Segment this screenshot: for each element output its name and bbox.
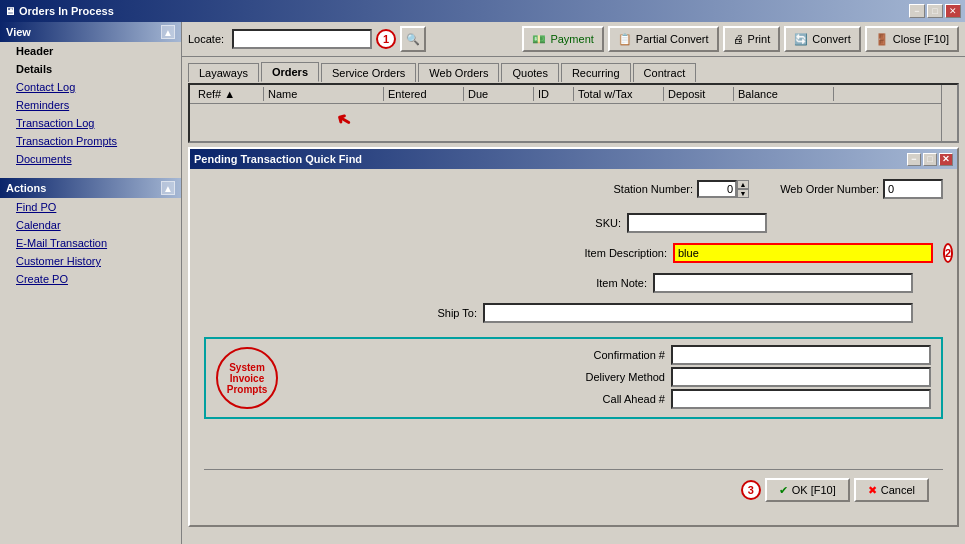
sidebar-item-transaction-prompts[interactable]: Transaction Prompts (0, 132, 181, 150)
tab-quotes[interactable]: Quotes (501, 63, 558, 82)
confirmation-row: Confirmation # (286, 345, 931, 365)
col-id: ID (534, 87, 574, 101)
station-number-pair: Station Number: ▲ ▼ (593, 179, 749, 199)
payment-icon: 💵 (532, 33, 546, 46)
prompts-circle: System Invoice Prompts (216, 347, 278, 409)
web-order-label: Web Order Number: (779, 183, 879, 195)
col-refnum: Ref# ▲ (194, 87, 264, 101)
tab-contract[interactable]: Contract (633, 63, 697, 82)
ship-to-row: Ship To: (204, 303, 943, 323)
sidebar-actions-section[interactable]: Actions ▲ (0, 178, 181, 198)
tabs-row: Layaways Orders Service Orders Web Order… (182, 57, 965, 81)
content-area: Locate: 1 🔍 💵 Payment 📋 Partial Convert … (182, 22, 965, 544)
cancel-button[interactable]: ✖ Cancel (854, 478, 929, 502)
ok-button[interactable]: ✔ OK [F10] (765, 478, 850, 502)
item-description-input[interactable] (673, 243, 933, 263)
convert-button[interactable]: 🔄 Convert (784, 26, 861, 52)
sidebar-item-calendar[interactable]: Calendar (0, 216, 181, 234)
sidebar-view-collapse[interactable]: ▲ (161, 25, 175, 39)
tab-layaways[interactable]: Layaways (188, 63, 259, 82)
tab-orders[interactable]: Orders (261, 62, 319, 82)
call-ahead-input[interactable] (671, 389, 931, 409)
station-spinner-up[interactable]: ▲ (737, 180, 749, 189)
col-name: Name (264, 87, 384, 101)
table-scrollbar[interactable] (941, 85, 957, 141)
payment-button[interactable]: 💵 Payment (522, 26, 603, 52)
partial-convert-icon: 📋 (618, 33, 632, 46)
sidebar-item-contact-log[interactable]: Contact Log (0, 78, 181, 96)
station-spinner-down[interactable]: ▼ (737, 189, 749, 198)
locate-label: Locate: (188, 33, 224, 45)
sku-label: SKU: (521, 217, 621, 229)
sidebar-item-reminders[interactable]: Reminders (0, 96, 181, 114)
modal-title: Pending Transaction Quick Find (194, 153, 362, 165)
call-ahead-row: Call Ahead # (286, 389, 931, 409)
window-title: Orders In Process (19, 5, 114, 17)
tab-recurring[interactable]: Recurring (561, 63, 631, 82)
toolbar: Locate: 1 🔍 💵 Payment 📋 Partial Convert … (182, 22, 965, 57)
convert-icon: 🔄 (794, 33, 808, 46)
col-due: Due (464, 87, 534, 101)
col-entered: Entered (384, 87, 464, 101)
item-description-row: Item Description: 2 (204, 243, 943, 263)
tab-service-orders[interactable]: Service Orders (321, 63, 416, 82)
sku-row: SKU: (204, 213, 943, 233)
sidebar-view-label: View (6, 26, 31, 38)
sidebar-item-details[interactable]: Details (0, 60, 181, 78)
col-deposit: Deposit (664, 87, 734, 101)
modal-title-buttons: − □ ✕ (907, 153, 953, 166)
title-bar: 🖥 Orders In Process − □ ✕ (0, 0, 965, 22)
close-window-button[interactable]: ✕ (945, 4, 961, 18)
ok-icon: ✔ (779, 484, 788, 497)
close-icon: 🚪 (875, 33, 889, 46)
station-number-input[interactable] (697, 180, 737, 198)
item-note-input[interactable] (653, 273, 913, 293)
system-invoice-prompts-box: System Invoice Prompts Confirmation # De… (204, 337, 943, 419)
web-order-number-input[interactable] (883, 179, 943, 199)
sidebar-item-transaction-log[interactable]: Transaction Log (0, 114, 181, 132)
locate-input[interactable] (232, 29, 372, 49)
col-total: Total w/Tax (574, 87, 664, 101)
close-button[interactable]: 🚪 Close [F10] (865, 26, 959, 52)
modal-footer: 3 ✔ OK [F10] ✖ Cancel (204, 469, 943, 510)
modal-close-button[interactable]: ✕ (939, 153, 953, 166)
delivery-method-input[interactable] (671, 367, 931, 387)
sidebar-item-email-transaction[interactable]: E-Mail Transaction (0, 234, 181, 252)
print-icon: 🖨 (733, 33, 744, 45)
delivery-method-label: Delivery Method (565, 371, 665, 383)
sidebar-actions-label: Actions (6, 182, 46, 194)
ship-to-label: Ship To: (377, 307, 477, 319)
confirmation-input[interactable] (671, 345, 931, 365)
sidebar-item-find-po[interactable]: Find PO (0, 198, 181, 216)
sidebar-item-create-po[interactable]: Create PO (0, 270, 181, 288)
station-number-spinner-buttons: ▲ ▼ (737, 180, 749, 198)
orders-table: Ref# ▲ Name Entered Due ID Total w/Tax (188, 83, 959, 143)
delivery-method-row: Delivery Method (286, 367, 931, 387)
tab-web-orders[interactable]: Web Orders (418, 63, 499, 82)
partial-convert-button[interactable]: 📋 Partial Convert (608, 26, 719, 52)
app-icon: 🖥 (4, 5, 15, 17)
search-button[interactable]: 🔍 (400, 26, 426, 52)
minimize-button[interactable]: − (909, 4, 925, 18)
confirmation-label: Confirmation # (565, 349, 665, 361)
modal-minimize-button[interactable]: − (907, 153, 921, 166)
modal-container: ➜ Pending Transaction Quick Find − □ ✕ (188, 147, 959, 542)
cancel-icon: ✖ (868, 484, 877, 497)
sidebar-item-documents[interactable]: Documents (0, 150, 181, 168)
sidebar-view-section[interactable]: View ▲ (0, 22, 181, 42)
sku-input[interactable] (627, 213, 767, 233)
web-order-pair: Web Order Number: (779, 179, 943, 199)
maximize-button[interactable]: □ (927, 4, 943, 18)
modal-titlebar: Pending Transaction Quick Find − □ ✕ (190, 149, 957, 169)
modal-body: Station Number: ▲ ▼ Web Order Number: (190, 169, 957, 520)
sidebar-actions-collapse[interactable]: ▲ (161, 181, 175, 195)
ship-to-input[interactable] (483, 303, 913, 323)
sidebar-item-customer-history[interactable]: Customer History (0, 252, 181, 270)
station-number-label: Station Number: (593, 183, 693, 195)
print-button[interactable]: 🖨 Print (723, 26, 781, 52)
sidebar-item-header[interactable]: Header (0, 42, 181, 60)
item-description-label: Item Description: (567, 247, 667, 259)
modal-maximize-button[interactable]: □ (923, 153, 937, 166)
annotation-2: 2 (945, 247, 951, 259)
pending-transaction-modal: Pending Transaction Quick Find − □ ✕ Sta… (188, 147, 959, 527)
